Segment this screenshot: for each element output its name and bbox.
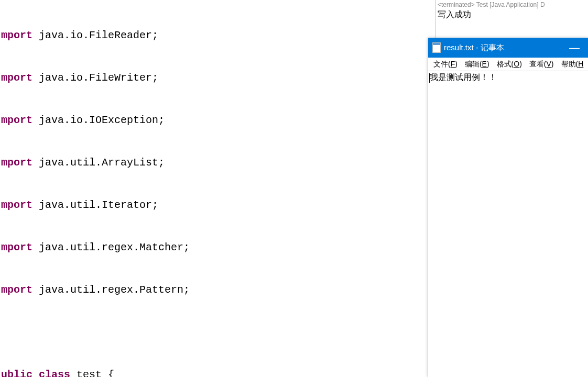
import-line: mport java.io.FileReader; (0, 28, 435, 42)
menu-format[interactable]: 格式(O) (494, 59, 525, 70)
notepad-title: result.txt - 记事本 (444, 43, 504, 53)
notepad-icon (432, 42, 441, 53)
console-output: 写入成功 (438, 9, 586, 20)
console-header: <terminated> Test [Java Application] D (438, 1, 586, 8)
menu-file[interactable]: 文件(F) (430, 59, 461, 70)
menu-view[interactable]: 查看(V) (526, 59, 557, 70)
class-decl-line: ublic class test { (0, 368, 435, 377)
menu-edit[interactable]: 编辑(E) (462, 59, 493, 70)
import-line: mport java.util.ArrayList; (0, 156, 435, 170)
import-line: mport java.io.IOException; (0, 113, 435, 127)
notepad-window[interactable]: result.txt - 记事本 — 文件(F) 编辑(E) 格式(O) 查看(… (428, 38, 588, 377)
console-panel: <terminated> Test [Java Application] D 写… (435, 0, 588, 38)
menu-help[interactable]: 帮助(H (558, 59, 587, 70)
minimize-button[interactable]: — (565, 42, 584, 54)
notepad-content[interactable]: 我是测试用例！！ (428, 71, 588, 84)
import-line: mport java.util.regex.Pattern; (0, 283, 435, 297)
import-line: mport java.util.Iterator; (0, 198, 435, 212)
notepad-titlebar[interactable]: result.txt - 记事本 — (428, 38, 588, 58)
notepad-menubar: 文件(F) 编辑(E) 格式(O) 查看(V) 帮助(H (428, 58, 588, 71)
import-line: mport java.io.FileWriter; (0, 71, 435, 85)
blank-line (0, 325, 435, 339)
code-editor[interactable]: mport java.io.FileReader; mport java.io.… (0, 0, 435, 377)
import-line: mport java.util.regex.Matcher; (0, 240, 435, 254)
